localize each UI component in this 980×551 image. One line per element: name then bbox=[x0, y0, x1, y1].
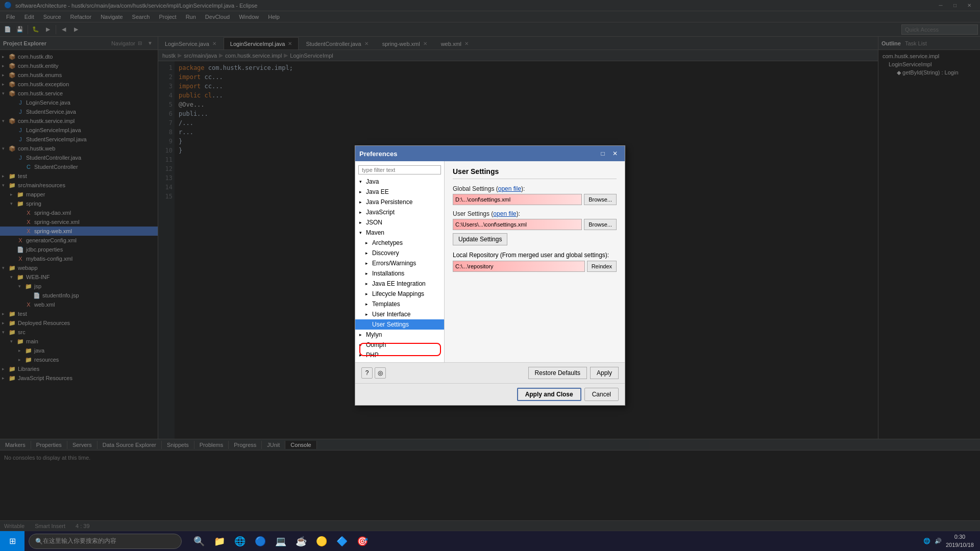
pref-tree-item[interactable]: ▸Oomph bbox=[355, 340, 444, 350]
pref-tree-label: Oomph bbox=[366, 341, 386, 348]
preferences-dialog: Preferences □ ✕ ▾Java▸Java EE▸Java Persi… bbox=[355, 145, 625, 406]
start-button[interactable]: ⊞ bbox=[0, 531, 24, 552]
user-settings-link[interactable]: open file bbox=[493, 210, 516, 217]
global-browse-button[interactable]: Browse... bbox=[584, 194, 617, 205]
taskbar-vscode[interactable]: 💻 bbox=[272, 532, 290, 550]
dialog-close-button[interactable]: ✕ bbox=[609, 149, 621, 158]
pref-tree-item[interactable]: ▸Errors/Warnings bbox=[355, 258, 444, 268]
pref-tree-arrow: ▾ bbox=[359, 230, 364, 235]
user-settings-input[interactable] bbox=[453, 219, 582, 230]
pref-tree-item[interactable]: ▸User Interface bbox=[355, 309, 444, 319]
modal-overlay: Preferences □ ✕ ▾Java▸Java EE▸Java Persi… bbox=[0, 0, 980, 551]
pref-tree-item[interactable]: ▸Installations bbox=[355, 268, 444, 279]
pref-tree-item[interactable]: ▸JavaScript bbox=[355, 207, 444, 217]
pref-tree-item[interactable]: ▸Java EE bbox=[355, 187, 444, 197]
pref-tree-label: PHP bbox=[366, 352, 379, 359]
global-settings-row: Global Settings (open file): Browse... bbox=[453, 185, 617, 205]
pref-tree-item[interactable]: ▸PHP bbox=[355, 350, 444, 360]
pref-tree-item[interactable]: ▾Java bbox=[355, 177, 444, 187]
dialog-title: Preferences bbox=[359, 150, 597, 158]
taskbar-quick-launch: 🔍 📁 🌐 🔵 💻 ☕ 🟡 🔷 🎯 bbox=[190, 532, 372, 550]
pref-tree-arrow: ▸ bbox=[365, 312, 371, 317]
global-settings-input[interactable] bbox=[453, 194, 582, 205]
cancel-button[interactable]: Cancel bbox=[584, 388, 619, 401]
apply-button[interactable]: Apply bbox=[590, 367, 619, 379]
local-repo-label: Local Repository (From merged user and g… bbox=[453, 252, 617, 259]
dialog-body: ▾Java▸Java EE▸Java Persistence▸JavaScrip… bbox=[355, 161, 625, 362]
preferences-tree: ▾Java▸Java EE▸Java Persistence▸JavaScrip… bbox=[355, 161, 445, 362]
footer-left: ? ◎ bbox=[361, 367, 386, 379]
pref-tree-label: Discovery bbox=[372, 249, 399, 257]
taskbar-files[interactable]: 📁 bbox=[210, 532, 229, 550]
pref-tree-arrow: ▸ bbox=[365, 240, 371, 245]
pref-tree-label: Templates bbox=[372, 300, 400, 308]
taskbar-eclipse[interactable]: 🔵 bbox=[251, 532, 270, 550]
pref-tree-arrow: ▸ bbox=[365, 271, 371, 276]
pref-tree-arrow: ▾ bbox=[359, 179, 364, 184]
dialog-restore-button[interactable]: □ bbox=[597, 149, 608, 158]
pref-tree-item[interactable]: ▸Java Persistence bbox=[355, 197, 444, 207]
global-settings-label: Global Settings (open file): bbox=[453, 185, 617, 192]
taskbar-search[interactable]: 🔍 在这里输入你要搜索的内容 bbox=[29, 534, 182, 549]
taskbar-browser[interactable]: 🌐 bbox=[231, 532, 249, 550]
pref-tree-item[interactable]: ▸Mylyn bbox=[355, 330, 444, 340]
taskbar-java[interactable]: ☕ bbox=[292, 532, 310, 550]
taskbar-app2[interactable]: 🎯 bbox=[353, 532, 372, 550]
pref-tree-arrow: ▸ bbox=[365, 261, 371, 266]
user-settings-row: User Settings (open file): Browse... Upd… bbox=[453, 210, 617, 245]
pref-tree-item[interactable]: ▸Java EE Integration bbox=[355, 279, 444, 289]
pref-tree-label: Java bbox=[366, 178, 379, 185]
preferences-content: User Settings Global Settings (open file… bbox=[445, 161, 625, 362]
taskbar-clock: 0:30 2019/10/18 bbox=[946, 533, 974, 549]
pref-tree-item[interactable]: ▸Archetypes bbox=[355, 238, 444, 248]
search-icon: 🔍 bbox=[35, 538, 43, 545]
pref-tree-item[interactable]: User Settings bbox=[355, 319, 444, 330]
pref-tree-item[interactable]: ▸Templates bbox=[355, 299, 444, 309]
pref-tree-arrow: ▸ bbox=[359, 199, 364, 205]
pref-tree-arrow: ▸ bbox=[359, 353, 364, 358]
taskbar-chrome[interactable]: 🟡 bbox=[312, 532, 331, 550]
global-settings-input-row: Browse... bbox=[453, 194, 617, 205]
help-button[interactable]: ? bbox=[361, 367, 373, 379]
taskbar-cortana[interactable]: 🔍 bbox=[190, 532, 208, 550]
pref-tree-label: Errors/Warnings bbox=[372, 260, 416, 267]
local-repo-input[interactable] bbox=[453, 261, 585, 272]
user-settings-input-row: Browse... bbox=[453, 219, 617, 230]
pref-tree-item[interactable]: ▸JSON bbox=[355, 217, 444, 228]
local-repo-input-row: Reindex bbox=[453, 261, 617, 272]
taskbar-search-placeholder: 在这里输入你要搜索的内容 bbox=[43, 537, 116, 545]
filter-input[interactable] bbox=[358, 165, 441, 174]
preferences-nav-button[interactable]: ◎ bbox=[375, 367, 386, 379]
restore-defaults-button[interactable]: Restore Defaults bbox=[528, 367, 587, 379]
content-title: User Settings bbox=[453, 167, 617, 179]
taskbar-app1[interactable]: 🔷 bbox=[333, 532, 351, 550]
pref-tree-item[interactable]: ▸Lifecycle Mappings bbox=[355, 289, 444, 299]
pref-tree-item[interactable]: ▾Maven bbox=[355, 228, 444, 238]
pref-tree-label: Java Persistence bbox=[366, 198, 412, 206]
taskbar-right: 🌐 🔊 0:30 2019/10/18 bbox=[923, 533, 980, 549]
apply-close-button[interactable]: Apply and Close bbox=[517, 388, 581, 401]
dialog-titlebar: Preferences □ ✕ bbox=[355, 146, 625, 161]
update-settings-button[interactable]: Update Settings bbox=[453, 233, 507, 245]
user-settings-label: User Settings (open file): bbox=[453, 210, 617, 217]
clock-date: 2019/10/18 bbox=[946, 541, 974, 549]
local-repo-section: Local Repository (From merged user and g… bbox=[453, 252, 617, 272]
pref-tree-label: Lifecycle Mappings bbox=[372, 290, 424, 297]
pref-tree-item[interactable]: ▸Discovery bbox=[355, 248, 444, 258]
dialog-footer: ? ◎ Restore Defaults Apply bbox=[355, 362, 625, 383]
reindex-button[interactable]: Reindex bbox=[587, 261, 617, 272]
clock-time: 0:30 bbox=[946, 533, 974, 541]
taskbar: ⊞ 🔍 在这里输入你要搜索的内容 🔍 📁 🌐 🔵 💻 ☕ 🟡 🔷 🎯 🌐 🔊 0… bbox=[0, 531, 980, 551]
pref-tree-label: Installations bbox=[372, 270, 404, 277]
taskbar-volume-icon: 🔊 bbox=[935, 538, 942, 544]
global-settings-link[interactable]: open file bbox=[498, 185, 521, 192]
pref-tree-arrow: ▸ bbox=[359, 220, 364, 225]
pref-tree-label: User Interface bbox=[372, 311, 410, 318]
pref-tree-label: User Settings bbox=[372, 321, 409, 328]
pref-tree-label: Archetypes bbox=[372, 239, 403, 246]
pref-tree-label: JavaScript bbox=[366, 209, 395, 216]
pref-tree-label: Maven bbox=[366, 229, 384, 236]
pref-tree-label: Java EE bbox=[366, 188, 389, 195]
pref-tree-label: JSON bbox=[366, 219, 382, 226]
user-browse-button[interactable]: Browse... bbox=[584, 219, 617, 230]
